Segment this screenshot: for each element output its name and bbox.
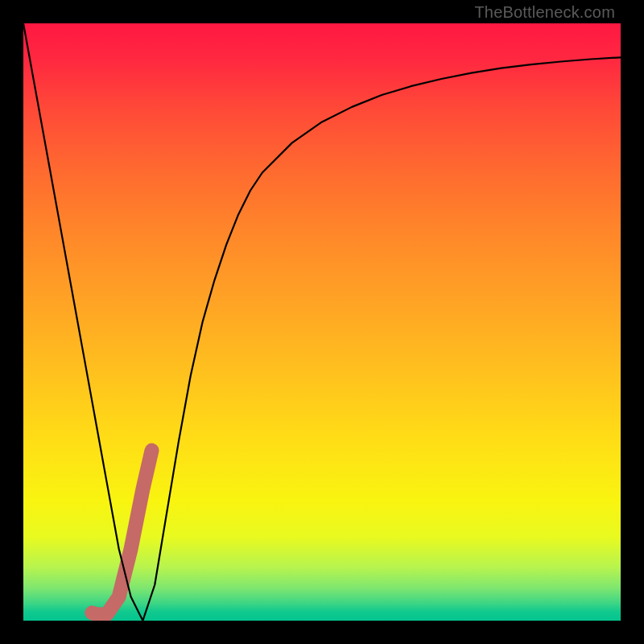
curve-overlay — [23, 23, 621, 621]
frame-bottom — [0, 621, 644, 644]
frame-left — [0, 0, 23, 644]
watermark: TheBottleneck.com — [474, 3, 615, 22]
frame-right — [621, 0, 644, 644]
bottleneck-curve — [23, 23, 621, 621]
plot-area — [23, 23, 621, 621]
